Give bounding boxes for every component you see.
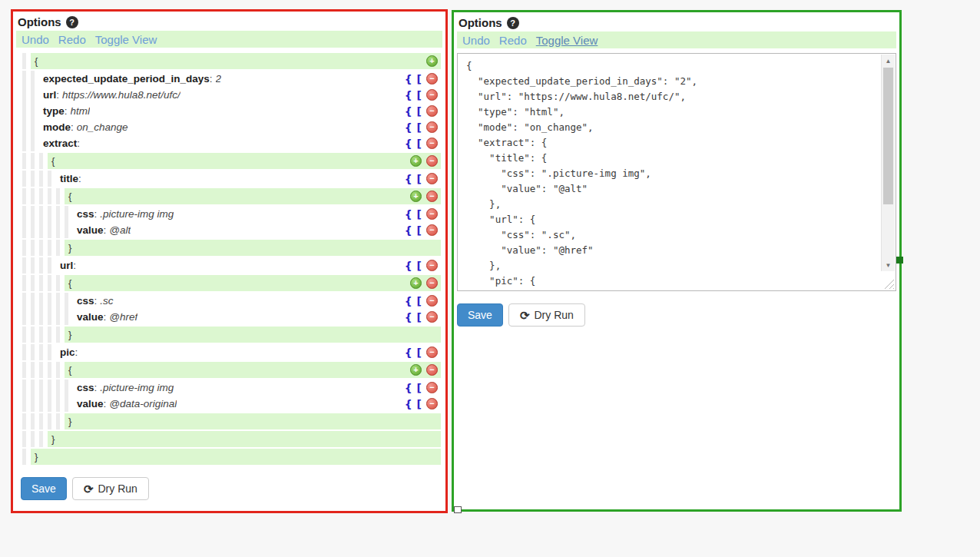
undo-link[interactable]: Undo [462, 34, 490, 47]
save-button[interactable]: Save [457, 303, 503, 327]
remove-icon[interactable]: − [426, 277, 438, 289]
scrollbar-thumb[interactable] [883, 68, 893, 204]
remove-icon[interactable]: − [426, 382, 438, 393]
to-object-icon[interactable]: { [405, 106, 412, 117]
json-value[interactable]: on_change [77, 121, 128, 133]
tree-row-object-close: } [22, 240, 441, 256]
add-item-icon[interactable]: + [426, 55, 438, 67]
to-object-icon[interactable]: { [405, 399, 412, 409]
to-array-icon[interactable]: [ [417, 122, 422, 133]
remove-icon[interactable]: − [426, 224, 438, 236]
tree-row: extract {[− [22, 135, 441, 151]
json-textarea[interactable]: { "expected_update_period_in_days": "2",… [457, 53, 896, 291]
remove-icon[interactable]: − [426, 295, 438, 307]
to-array-icon[interactable]: [ [417, 312, 422, 323]
scroll-up-icon[interactable]: ▲ [882, 55, 895, 67]
tree-row: expected_update_period_in_days2 {[− [22, 71, 441, 87]
add-item-icon[interactable]: + [410, 155, 422, 167]
json-value[interactable]: 2 [216, 73, 222, 85]
help-icon[interactable]: ? [66, 16, 78, 28]
to-object-icon[interactable]: { [405, 296, 412, 307]
remove-icon[interactable]: − [426, 260, 438, 271]
remove-icon[interactable]: − [426, 105, 438, 117]
undo-link[interactable]: Undo [22, 33, 49, 46]
to-array-icon[interactable]: [ [417, 138, 422, 149]
to-array-icon[interactable]: [ [417, 90, 422, 101]
json-value[interactable]: .picture-img img [100, 382, 174, 393]
to-object-icon[interactable]: { [405, 90, 412, 101]
tree-row: title {[− [22, 171, 441, 187]
scrollbar[interactable]: ▲ ▼ [881, 55, 895, 271]
dry-run-button[interactable]: ⟳Dry Run [508, 303, 585, 327]
selection-handle-bottom-left[interactable] [454, 506, 462, 513]
panel-header: Options ? [13, 12, 445, 31]
json-value[interactable]: https://www.hula8.net/ufc/ [62, 89, 180, 101]
tree-row-object-open: { +− [22, 362, 441, 378]
to-object-icon[interactable]: { [405, 209, 412, 220]
remove-icon[interactable]: − [426, 155, 438, 167]
json-key: extract [43, 138, 83, 149]
to-object-icon[interactable]: { [405, 174, 412, 184]
remove-icon[interactable]: − [426, 364, 438, 376]
tree-row: value@data-original {[− [22, 396, 441, 412]
to-array-icon[interactable]: [ [417, 383, 422, 393]
to-array-icon[interactable]: [ [417, 225, 422, 236]
json-value[interactable]: @alt [109, 224, 131, 236]
to-array-icon[interactable]: [ [417, 347, 422, 358]
remove-icon[interactable]: − [426, 73, 438, 85]
to-object-icon[interactable]: { [405, 347, 412, 358]
tree-row-root-open: { + [22, 53, 441, 69]
redo-link[interactable]: Redo [499, 34, 527, 47]
remove-icon[interactable]: − [426, 311, 438, 323]
remove-icon[interactable]: − [426, 173, 438, 184]
to-object-icon[interactable]: { [405, 312, 412, 323]
scroll-down-icon[interactable]: ▼ [882, 259, 895, 271]
selection-handle-right[interactable] [896, 257, 903, 264]
json-key: title [60, 173, 84, 184]
to-object-icon[interactable]: { [405, 383, 412, 393]
save-button[interactable]: Save [21, 477, 67, 500]
tree-row-object-close: } [22, 327, 441, 343]
tree-row: modeon_change {[− [22, 119, 441, 135]
to-array-icon[interactable]: [ [417, 260, 422, 271]
json-raw-text[interactable]: { "expected_update_period_in_days": "2",… [458, 54, 896, 290]
to-object-icon[interactable]: { [405, 138, 412, 149]
to-object-icon[interactable]: { [405, 225, 412, 236]
tree-row: css.sc {[− [22, 293, 441, 309]
to-array-icon[interactable]: [ [417, 296, 422, 307]
remove-icon[interactable]: − [426, 398, 438, 409]
toggle-view-link[interactable]: Toggle View [536, 34, 598, 47]
to-array-icon[interactable]: [ [417, 74, 422, 85]
remove-icon[interactable]: − [426, 191, 438, 202]
to-array-icon[interactable]: [ [417, 174, 422, 184]
json-value[interactable]: html [71, 105, 91, 117]
json-key: css [77, 295, 100, 307]
dry-run-button[interactable]: ⟳Dry Run [72, 477, 149, 500]
to-array-icon[interactable]: [ [417, 209, 422, 220]
remove-icon[interactable]: − [426, 346, 438, 358]
add-item-icon[interactable]: + [410, 277, 422, 289]
json-value[interactable]: @href [109, 311, 137, 323]
toggle-view-link[interactable]: Toggle View [95, 33, 157, 46]
to-object-icon[interactable]: { [405, 260, 412, 271]
json-value[interactable]: .sc [100, 295, 113, 307]
options-panel-tree-view: Options ? Undo Redo Toggle View { + expe… [11, 9, 448, 513]
json-key: value [77, 224, 109, 236]
remove-icon[interactable]: − [426, 138, 438, 149]
to-array-icon[interactable]: [ [417, 399, 422, 409]
remove-icon[interactable]: − [426, 208, 438, 220]
remove-icon[interactable]: − [426, 89, 438, 101]
to-object-icon[interactable]: { [405, 74, 412, 85]
tree-row: css.picture-img img {[− [22, 380, 441, 396]
tree-row: value@alt {[− [22, 222, 441, 238]
to-array-icon[interactable]: [ [417, 106, 422, 117]
remove-icon[interactable]: − [426, 121, 438, 133]
redo-link[interactable]: Redo [58, 33, 86, 46]
add-item-icon[interactable]: + [410, 364, 422, 376]
json-value[interactable]: @data-original [109, 398, 177, 409]
json-value[interactable]: .picture-img img [100, 208, 174, 220]
to-object-icon[interactable]: { [405, 122, 412, 133]
editor-toolbar: Undo Redo Toggle View [16, 31, 442, 48]
help-icon[interactable]: ? [507, 17, 519, 29]
add-item-icon[interactable]: + [410, 191, 422, 202]
